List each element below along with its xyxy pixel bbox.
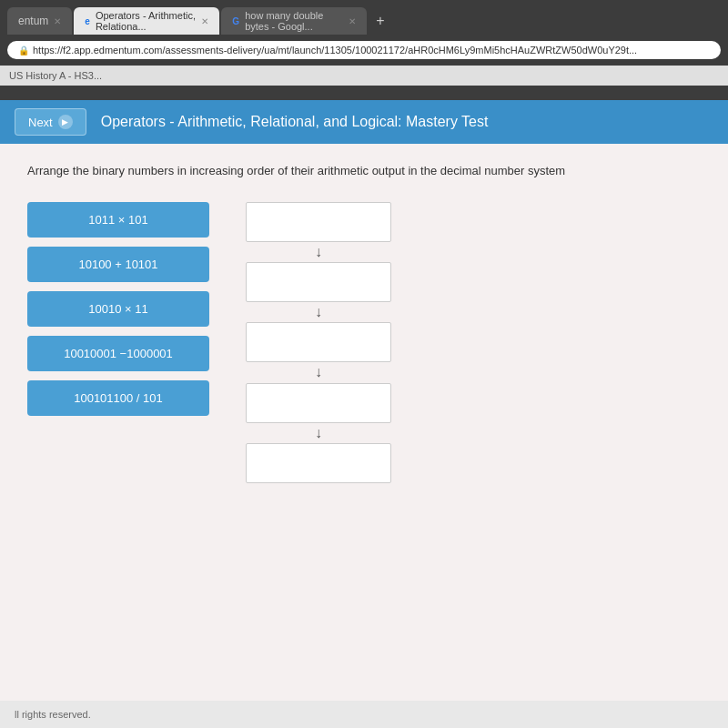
tab-bar: entum ✕ e Operators - Arithmetic, Relati…	[0, 0, 728, 35]
tab-entum[interactable]: entum ✕	[7, 7, 72, 35]
next-icon: ▶	[58, 115, 73, 129]
drop-slot-3[interactable]	[246, 383, 391, 423]
drop-slot-2[interactable]	[246, 322, 391, 362]
main-content: Arrange the binary numbers in increasing…	[0, 144, 728, 701]
tab-google-favicon: G	[232, 16, 239, 26]
next-label: Next	[28, 116, 53, 129]
drop-slot-1[interactable]	[246, 262, 391, 302]
source-item-2[interactable]: 10010 × 11	[27, 291, 209, 327]
source-item-1[interactable]: 10100 + 10101	[27, 247, 209, 282]
drop-slot-0[interactable]	[246, 202, 391, 242]
breadcrumb-bar: US History A - HS3...	[0, 66, 728, 86]
sorting-area: 1011 × 101 10100 + 10101 10010 × 11 1001…	[27, 202, 701, 484]
drop-area: ↓ ↓ ↓ ↓	[246, 202, 391, 484]
source-item-0[interactable]: 1011 × 101	[27, 202, 209, 238]
arrow-3: ↓	[315, 423, 322, 443]
tab-google-label: how many double bytes - Googl...	[245, 10, 343, 32]
lock-icon: 🔒	[18, 46, 29, 56]
address-bar-row: 🔒 https://f2.app.edmentum.com/assessment…	[0, 35, 728, 66]
next-button[interactable]: Next ▶	[15, 108, 86, 136]
tab-entum-close[interactable]: ✕	[54, 16, 61, 26]
tab-operators-label: Operators - Arithmetic, Relationa...	[96, 10, 196, 32]
drop-slot-4[interactable]	[246, 443, 391, 483]
source-items: 1011 × 101 10100 + 10101 10010 × 11 1001…	[27, 202, 209, 416]
tab-operators[interactable]: e Operators - Arithmetic, Relationa... ✕	[74, 7, 219, 35]
tab-operators-favicon: e	[85, 16, 90, 26]
page-title: Operators - Arithmetic, Relational, and …	[101, 114, 489, 130]
breadcrumb: US History A - HS3...	[9, 70, 102, 81]
tab-entum-label: entum	[18, 15, 48, 27]
footer-text: ll rights reserved.	[15, 709, 91, 720]
tab-google[interactable]: G how many double bytes - Googl... ✕	[221, 7, 367, 35]
question-text: Arrange the binary numbers in increasing…	[27, 162, 701, 180]
footer: ll rights reserved.	[0, 701, 728, 728]
arrow-1: ↓	[315, 302, 322, 322]
app-header: Next ▶ Operators - Arithmetic, Relationa…	[0, 100, 728, 144]
address-text: https://f2.app.edmentum.com/assessments-…	[33, 45, 637, 56]
address-bar[interactable]: 🔒 https://f2.app.edmentum.com/assessment…	[7, 41, 721, 59]
tab-google-close[interactable]: ✕	[349, 16, 356, 26]
browser-chrome: entum ✕ e Operators - Arithmetic, Relati…	[0, 0, 728, 100]
arrow-2: ↓	[315, 362, 322, 382]
source-item-4[interactable]: 100101100 / 101	[27, 380, 209, 416]
tab-operators-close[interactable]: ✕	[201, 16, 208, 26]
source-item-3[interactable]: 10010001 −1000001	[27, 336, 209, 371]
arrow-0: ↓	[315, 242, 322, 262]
new-tab-button[interactable]: +	[369, 9, 391, 33]
